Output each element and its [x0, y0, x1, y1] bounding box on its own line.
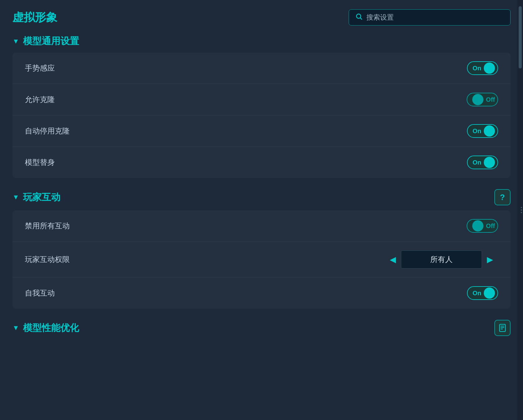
scrollbar-dot-3 — [521, 212, 522, 213]
search-input[interactable] — [366, 13, 504, 21]
toggle-text-model-avatar: On — [473, 159, 481, 166]
toggle-text-disable-all-interaction: Off — [486, 222, 495, 230]
toggle-model-avatar[interactable]: On — [467, 156, 498, 169]
toggle-text-auto-disable-clone: On — [473, 128, 481, 135]
search-bar[interactable] — [349, 9, 511, 26]
settings-card-model-general: 手势感应 On 允许克隆 Off 自动停用克隆 — [12, 53, 511, 178]
section-model-general: ▼ 模型通用设置 手势感应 On 允许克隆 Off — [12, 35, 511, 178]
selector-left-button[interactable]: ◀ — [385, 251, 401, 268]
section-header-model-performance: ▼ 模型性能优化 — [12, 320, 511, 336]
page-header: 虚拟形象 — [12, 9, 511, 26]
toggle-knob-gesture-sensing — [484, 63, 495, 74]
section-header-model-general: ▼ 模型通用设置 — [12, 35, 511, 48]
search-icon — [355, 13, 363, 22]
setting-row-model-avatar: 模型替身 On — [12, 147, 511, 178]
toggle-knob-allow-clone — [472, 94, 483, 105]
setting-row-allow-clone: 允许克隆 Off — [12, 84, 511, 115]
help-button-player-interaction[interactable]: ? — [494, 189, 511, 205]
toggle-knob-disable-all-interaction — [472, 220, 483, 231]
setting-label-allow-clone: 允许克隆 — [25, 95, 55, 105]
setting-row-auto-disable-clone: 自动停用克隆 On — [12, 115, 511, 147]
svg-line-1 — [360, 18, 362, 19]
doc-button-model-performance[interactable] — [494, 320, 511, 336]
arrow-right-icon: ▶ — [487, 255, 493, 264]
scrollbar-dot-1 — [521, 207, 522, 208]
setting-label-model-avatar: 模型替身 — [25, 157, 55, 167]
setting-row-gesture-sensing: 手势感应 On — [12, 53, 511, 84]
scrollbar-dots — [521, 207, 522, 213]
section-player-interaction: ▼ 玩家互动 ? 禁用所有互动 Off 玩家互动权限 — [12, 189, 511, 309]
toggle-knob-model-avatar — [484, 157, 495, 168]
setting-label-self-interaction: 自我互动 — [25, 288, 55, 298]
toggle-text-allow-clone: Off — [486, 96, 495, 103]
toggle-allow-clone[interactable]: Off — [467, 93, 498, 106]
section-title-model-performance: 模型性能优化 — [23, 322, 79, 334]
toggle-auto-disable-clone[interactable]: On — [467, 124, 498, 138]
page-container: 虚拟形象 ▼ 模型通用设置 手势感应 — [0, 0, 523, 420]
page-title: 虚拟形象 — [12, 10, 57, 25]
section-title-model-general: 模型通用设置 — [23, 35, 79, 48]
toggle-text-gesture-sensing: On — [473, 65, 481, 72]
collapse-icon-model-performance[interactable]: ▼ — [12, 324, 19, 332]
scrollbar-track — [517, 0, 523, 420]
toggle-knob-auto-disable-clone — [484, 125, 495, 137]
setting-row-disable-all-interaction: 禁用所有互动 Off — [12, 210, 511, 242]
setting-label-auto-disable-clone: 自动停用克隆 — [25, 126, 70, 136]
scrollbar-thumb[interactable] — [519, 6, 522, 68]
setting-row-self-interaction: 自我互动 On — [12, 278, 511, 309]
selector-right-button[interactable]: ▶ — [482, 251, 498, 268]
collapse-icon-player-interaction[interactable]: ▼ — [12, 193, 19, 201]
setting-label-disable-all-interaction: 禁用所有互动 — [25, 221, 70, 231]
collapse-icon-model-general[interactable]: ▼ — [12, 37, 19, 45]
arrow-left-icon: ◀ — [390, 255, 396, 264]
section-title-player-interaction: 玩家互动 — [23, 191, 60, 204]
setting-label-gesture-sensing: 手势感应 — [25, 63, 55, 73]
selector-value-interaction-permission: 所有人 — [401, 250, 482, 268]
toggle-gesture-sensing[interactable]: On — [467, 61, 498, 75]
toggle-knob-self-interaction — [484, 287, 495, 299]
section-model-performance: ▼ 模型性能优化 — [12, 320, 511, 336]
section-header-player-interaction: ▼ 玩家互动 ? — [12, 189, 511, 205]
toggle-text-self-interaction: On — [473, 290, 481, 297]
settings-card-player-interaction: 禁用所有互动 Off 玩家互动权限 ◀ 所有人 ▶ — [12, 210, 511, 309]
toggle-self-interaction[interactable]: On — [467, 286, 498, 300]
setting-label-interaction-permission: 玩家互动权限 — [25, 254, 70, 264]
toggle-disable-all-interaction[interactable]: Off — [467, 219, 498, 233]
main-content: 虚拟形象 ▼ 模型通用设置 手势感应 — [0, 0, 523, 420]
scrollbar-dot-2 — [521, 209, 522, 211]
selector-interaction-permission: ◀ 所有人 ▶ — [385, 250, 498, 268]
setting-row-interaction-permission: 玩家互动权限 ◀ 所有人 ▶ — [12, 242, 511, 278]
